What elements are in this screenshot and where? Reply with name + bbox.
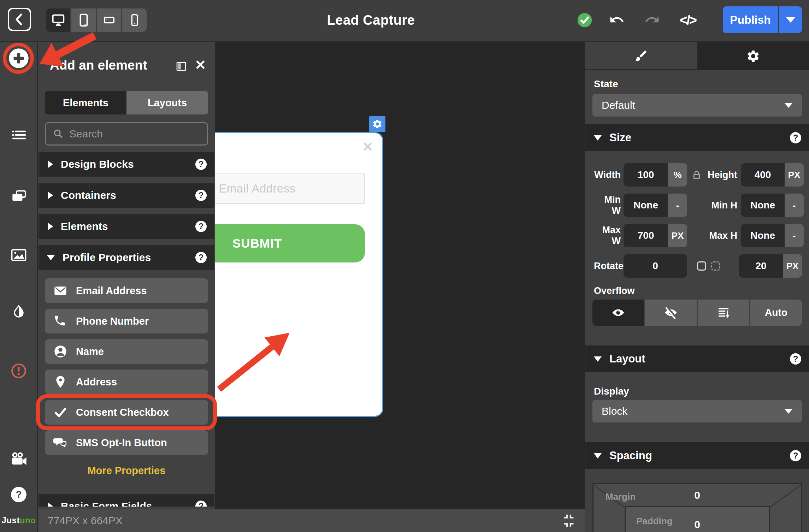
padding-top-value[interactable]: 0 [626,519,769,531]
chevron-left-icon [11,11,28,28]
map-pin-icon [53,375,67,389]
display-dropdown[interactable]: Block [592,400,802,422]
chevron-down-icon [784,103,793,108]
popup-close-button[interactable]: ✕ [362,140,373,154]
element-name[interactable]: Name [45,339,208,364]
tab-elements[interactable]: Elements [45,91,126,114]
tab-style[interactable] [585,42,697,70]
section-layout[interactable]: Layout ? [585,345,809,372]
tab-layouts[interactable]: Layouts [126,91,208,114]
help-icon[interactable]: ? [790,450,801,461]
theme-colors-button[interactable] [10,303,27,320]
min-width-input[interactable]: None - [624,194,687,217]
more-properties-link[interactable]: More Properties [39,465,214,477]
caret-right-icon [48,223,53,230]
margin-top-value[interactable]: 0 [594,489,801,501]
overflow-visible-button[interactable] [592,300,644,326]
help-icon[interactable]: ? [790,353,801,365]
design-blocks-button[interactable] [10,187,28,205]
section-profile-properties[interactable]: Profile Properties ? [39,245,214,270]
design-canvas[interactable]: ✕ Email Address SUBMIT [215,42,585,509]
overflow-control: Auto [592,300,802,326]
publish-button[interactable]: Publish [723,6,778,33]
element-phone-number[interactable]: Phone Number [45,309,208,333]
add-element-panel: Add an element ✕ Elements Layouts Search… [39,42,214,509]
help-icon[interactable]: ? [195,221,207,232]
caret-right-icon [48,191,53,199]
height-input[interactable]: 400 PX [741,163,804,187]
alerts-button[interactable] [10,362,28,380]
tab-settings[interactable] [697,42,809,70]
chevron-down-icon [784,409,793,414]
help-icon[interactable]: ? [195,501,207,507]
publish-dropdown-button[interactable] [779,6,802,33]
canvas-status-bar: 774PX x 664PX [39,509,585,532]
top-bar: Lead Capture </> Publish [0,0,809,42]
images-button[interactable] [10,246,28,264]
width-input[interactable]: 100 % [624,163,687,187]
border-radius-all-icon[interactable] [697,261,706,271]
overflow-scroll-button[interactable] [698,300,749,326]
lock-aspect-icon[interactable] [691,168,703,182]
caret-down-icon [47,255,55,260]
cards-icon [10,187,28,205]
undo-button[interactable] [609,12,626,29]
max-width-input[interactable]: 700 PX [624,224,687,247]
section-elements[interactable]: Elements ? [39,214,214,239]
embed-code-button[interactable]: </> [679,12,696,29]
section-basic-form-fields[interactable]: Basic Form Fields ? [39,494,214,507]
layer-settings-button[interactable] [369,116,385,132]
image-icon [10,246,28,264]
scroll-icon [716,305,731,320]
search-icon [52,128,64,140]
min-height-input[interactable]: None - [741,194,804,217]
overflow-hidden-button[interactable] [645,300,697,326]
help-icon[interactable]: ? [195,252,207,263]
help-button[interactable]: ? [10,486,28,503]
popup-submit-button[interactable]: SUBMIT [215,224,365,262]
section-design-blocks[interactable]: Design Blocks ? [39,152,214,177]
element-sms-opt-in[interactable]: SMS Opt-In Button [45,430,208,455]
fit-to-screen-button[interactable] [561,513,577,529]
border-radius-input[interactable]: 20 PX [739,254,802,278]
inspector-tabs [585,42,809,70]
phone-icon [53,314,67,328]
help-icon[interactable]: ? [195,190,207,201]
element-email-address[interactable]: Email Address [45,278,208,303]
caret-down-icon [594,453,602,459]
overflow-auto-button[interactable]: Auto [750,300,802,326]
eye-icon [611,305,626,320]
help-icon[interactable]: ? [195,159,207,170]
border-radius-individual-icon[interactable] [711,261,720,271]
gear-icon [746,49,760,63]
device-mobile-landscape-button[interactable] [97,8,121,32]
video-tutorials-button[interactable] [10,450,28,469]
saved-status-icon [576,12,593,29]
size-row-rotate-radius: Rotate 0 20 PX [585,254,809,278]
back-button[interactable] [8,8,31,31]
search-input[interactable]: Search [45,122,208,146]
element-address[interactable]: Address [45,370,208,394]
layers-list-button[interactable] [10,127,27,144]
help-icon[interactable]: ? [790,132,801,143]
device-tablet-button[interactable] [71,8,96,32]
undo-icon [609,12,625,28]
device-mobile-portrait-button[interactable] [122,8,147,32]
caret-down-icon [594,356,602,362]
redo-button[interactable] [643,12,660,29]
max-height-input[interactable]: None - [741,224,804,247]
rotate-input[interactable]: 0 [624,254,687,278]
popup-email-input[interactable]: Email Address [215,173,365,204]
page-title: Lead Capture [184,13,558,28]
section-spacing[interactable]: Spacing ? [585,442,809,469]
alert-icon [10,362,28,380]
device-desktop-button[interactable] [46,8,70,32]
section-size[interactable]: Size ? [585,124,809,151]
state-label: State [594,78,618,90]
gear-icon [372,119,383,129]
canvas-dimensions: 774PX x 664PX [48,515,123,527]
close-panel-button[interactable]: ✕ [195,57,206,73]
state-dropdown[interactable]: Default [592,94,802,117]
dock-panel-button[interactable] [175,60,188,73]
section-containers[interactable]: Containers ? [39,183,214,208]
